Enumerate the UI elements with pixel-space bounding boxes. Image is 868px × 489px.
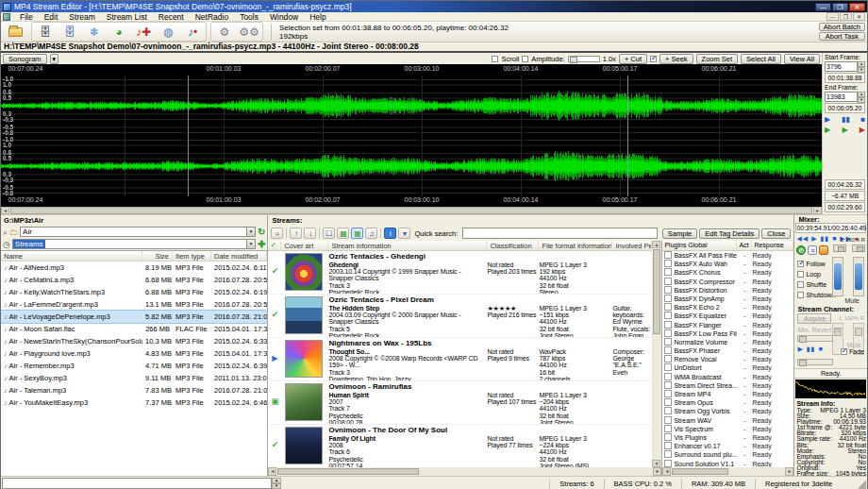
stream-title[interactable]: Ovnimoon - Ramirufias [328, 381, 652, 392]
revert-slider[interactable] [797, 335, 833, 342]
plugin-name[interactable]: Stream WAV [662, 416, 737, 425]
balance-slider-left[interactable] [833, 244, 846, 252]
column-size[interactable]: Size [142, 251, 173, 261]
cover-art-thumbnail[interactable] [281, 425, 328, 467]
stream-list-vertical-scrollbar[interactable]: ▲ ▼ [652, 241, 661, 467]
start-frame-value[interactable]: 3796 [825, 61, 858, 72]
refresh-icon[interactable]: ↻ [258, 228, 265, 237]
plugin-name[interactable]: Enhancer v0.17 [662, 442, 737, 450]
file-row[interactable]: Air - SexyBoy.mp3 9.11 MB MP3 File 2011.… [1, 372, 267, 384]
scroll-left-icon[interactable]: ◄ [662, 467, 671, 476]
checkbox-icon[interactable] [797, 281, 804, 288]
mdi-minimize-icon[interactable]: — [826, 12, 839, 21]
plugin-name[interactable]: BassFX All Pass Filter [662, 251, 737, 260]
menu-item[interactable]: Window [264, 12, 304, 22]
column-involved-people[interactable]: Involved People [612, 241, 652, 250]
plugin-row[interactable]: BassFX Low Pass Filter - Ready [662, 329, 793, 338]
plugin-name[interactable]: Vis Spectrum [662, 425, 737, 433]
chevron-down-icon[interactable]: ▼ [246, 240, 255, 248]
plugin-name[interactable]: BassFX Flanger [662, 321, 737, 329]
plugin-row[interactable]: BassFX Auto Wah - Ready [662, 260, 793, 268]
plugin-row[interactable]: Stream Ogg Vorbis - Ready [662, 407, 793, 415]
file-name[interactable]: Air - LeVoyageDePenelope.mp3 [1, 311, 142, 323]
scroll-right-icon[interactable]: ► [785, 467, 793, 476]
plugin-row[interactable]: Enhancer v0.17 - Ready [662, 442, 793, 450]
waveform-canvas[interactable] [1, 76, 822, 196]
plugin-row[interactable]: UnDistort - Ready [662, 363, 793, 372]
plugin-row[interactable]: Vis Plugins - Ready [662, 433, 793, 442]
filter-combobox[interactable]: Streams ▼ [12, 239, 256, 249]
file-name[interactable]: Air - CeMatinLa.mp3 [1, 274, 142, 286]
scroll-left-icon[interactable]: ◄ [1, 207, 9, 214]
play-to-icon[interactable]: ▶ [860, 126, 865, 134]
mixer-checkbox-row[interactable]: Loop [797, 269, 835, 279]
row-marker-icon[interactable] [268, 338, 281, 380]
scrollbar-thumb[interactable] [653, 249, 660, 334]
plugin-name[interactable]: Sound Solution V1.1 [662, 460, 737, 468]
file-name[interactable]: Air - SexyBoy.mp3 [1, 372, 142, 384]
volume-slider-right[interactable] [853, 257, 864, 296]
fade-slider[interactable] [797, 359, 833, 365]
move-up-icon[interactable]: ↑ [290, 228, 302, 239]
quick-search-input[interactable] [462, 228, 658, 239]
edit-tag-details-button[interactable]: Edit Tag Details [699, 228, 760, 239]
menu-item[interactable]: File [14, 12, 39, 22]
plugin-row[interactable]: Normalize Volume - Ready [662, 338, 793, 346]
stream-title[interactable]: Ozric Tentacles - Pixel Dream [328, 295, 652, 305]
cover-art-small-icon[interactable]: ▦ [337, 228, 349, 239]
checkbox-mode-icon[interactable]: ☐ [323, 228, 335, 239]
scroll-down-icon[interactable]: ▼ [652, 460, 660, 467]
mixer-checkbox-row[interactable]: Follow [797, 259, 835, 269]
file-name[interactable]: Air - YouMakeItEasy.mp3 [1, 396, 142, 409]
folder-icon[interactable]: 🗀 [9, 228, 18, 237]
mixer-checkbox-row[interactable]: Shutdown [797, 290, 835, 300]
plugin-row[interactable]: Remove Vocal - Ready [662, 355, 793, 363]
cover-art-thumbnail[interactable] [281, 381, 328, 424]
end-frame-spinner[interactable]: 13983 ▲▼ [825, 92, 865, 102]
info-icon[interactable]: i [384, 228, 396, 239]
row-marker-icon[interactable] [268, 425, 281, 467]
plugin-row[interactable]: BassFX Equalizer - Ready [662, 312, 793, 320]
plugin-name[interactable]: Stream Opus [662, 398, 737, 407]
row-marker-icon[interactable] [268, 251, 281, 294]
file-name[interactable]: Air - Remember.mp3 [1, 360, 142, 372]
mdi-child-icon[interactable] [3, 13, 10, 21]
column-response[interactable]: Response [752, 241, 793, 250]
convert-button[interactable]: 🗄 [58, 23, 82, 41]
menu-item[interactable]: Stream List [101, 12, 153, 22]
plugin-name[interactable]: BassFX Compressor [662, 278, 737, 286]
add-icon[interactable]: ✚ [258, 240, 265, 249]
plugin-row[interactable]: BassFX Compressor - Ready [662, 278, 793, 286]
play-icon[interactable]: ▶ [811, 235, 817, 242]
chevron-down-icon[interactable]: ▼ [246, 228, 255, 236]
plugin-name[interactable]: Stream Ogg Vorbis [662, 407, 737, 415]
move-down-icon[interactable]: ↓ [304, 228, 316, 239]
fade-checkbox-row[interactable]: Fade [841, 348, 864, 355]
find-stream-icon[interactable]: ⌕ [271, 228, 283, 239]
column-cover-art[interactable]: Cover art [281, 241, 328, 250]
stream-title[interactable]: Ovnimoon - The Door Of My Soul [328, 425, 652, 435]
file-name[interactable]: Air - Moon Safari.flac [1, 323, 142, 335]
plugin-row[interactable]: Vis Spectrum - Ready [662, 425, 793, 433]
file-row[interactable]: Air - NeweStarInTheSky(ChansonPourSolal)… [1, 335, 267, 347]
plugin-row[interactable]: BassFX Echo 2 - Ready [662, 303, 793, 312]
freeze-button[interactable]: ❄ [82, 23, 107, 41]
plugin-name[interactable]: BassFX Echo 2 [662, 303, 737, 312]
stream-list-horizontal-scrollbar[interactable]: ◄ ► [268, 467, 661, 476]
plugin-name[interactable]: Stream Direct Strea... [662, 381, 737, 390]
plugin-name[interactable]: BassFX DynAmp [662, 295, 737, 303]
file-row[interactable]: Air - Kelly,WatchTheStars.mp3 6.88 MB MP… [1, 286, 267, 298]
stream-row[interactable]: Ozric Tentacles - Pixel Dream The Hidden… [268, 295, 652, 338]
menu-item[interactable]: Tools [234, 12, 264, 22]
plugin-name[interactable]: BassFX Distortion [662, 286, 737, 295]
fade-checkbox-icon[interactable] [841, 348, 847, 355]
column-item-type[interactable]: Item type [173, 251, 211, 261]
checked-column-icon[interactable]: ✓ [268, 241, 281, 250]
scroll-left-icon[interactable]: ◄ [268, 467, 276, 476]
add-stream-button[interactable]: ♪✚ [131, 23, 156, 41]
row-marker-icon[interactable] [268, 381, 281, 424]
abort-batch-button[interactable]: Abort Batch [819, 23, 865, 31]
cut-button[interactable]: + Cut [619, 54, 647, 64]
pause-icon[interactable]: ▮▮ [821, 235, 830, 242]
batch-encode-button[interactable]: 🗄 [33, 23, 58, 41]
